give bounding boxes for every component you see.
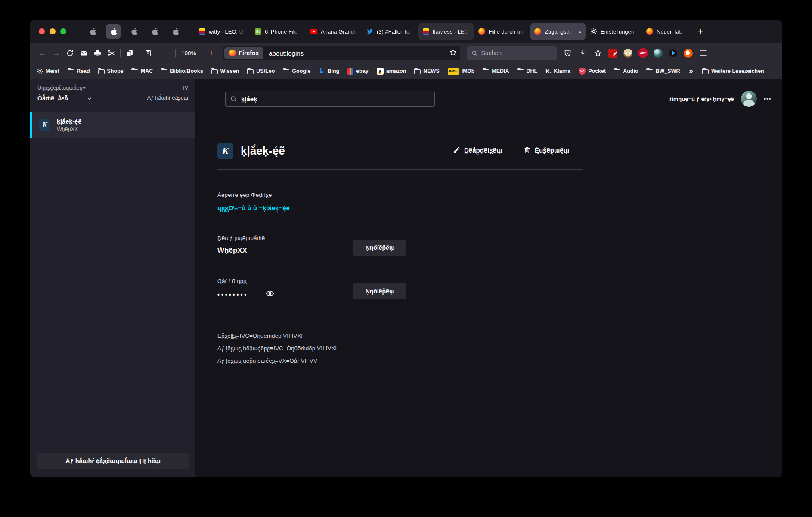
imdb-icon: IMDb xyxy=(448,68,459,75)
ebay-icon xyxy=(347,68,353,75)
youtube-icon xyxy=(310,28,317,35)
cut-button[interactable] xyxy=(104,47,118,59)
toolbar-search-input[interactable] xyxy=(481,50,542,56)
bookmark-us-leo[interactable]: US/Leo xyxy=(247,68,275,74)
close-tab-icon[interactable]: × xyxy=(578,28,582,35)
twitter-icon xyxy=(366,28,373,35)
bookmark-read[interactable]: Read xyxy=(68,68,90,74)
print-button[interactable] xyxy=(90,47,104,59)
downloads-icon[interactable] xyxy=(578,48,588,58)
bookmark-label: amazon xyxy=(386,68,406,74)
menu-icon[interactable] xyxy=(698,48,709,58)
copy-username-button[interactable]: Ṇŋőíẽp̃ẽɯ̦ xyxy=(353,240,406,256)
bookmark-mac[interactable]: MAC xyxy=(132,68,153,74)
leo-dictionary-icon xyxy=(422,28,429,35)
reload-button[interactable] xyxy=(63,47,77,59)
bookmark-dhl[interactable]: DHL xyxy=(518,68,538,74)
bookmark-pocket[interactable]: Pocket xyxy=(579,68,606,75)
bookmark-klarna[interactable]: K.Klarna xyxy=(545,68,570,75)
bookmark-bw-swr[interactable]: BW_SWR xyxy=(647,68,680,74)
back-button[interactable]: ← xyxy=(35,47,49,59)
bookmark-google[interactable]: Google xyxy=(283,68,310,74)
adblock-plus-icon[interactable]: ABP xyxy=(638,48,648,58)
folder-icon xyxy=(211,69,218,74)
bookmark-news[interactable]: NEWS xyxy=(414,68,440,74)
delete-login-button[interactable]: Ę́uʂ̌ẽp̣ɯę̃ɯ̦ xyxy=(524,146,569,154)
pocket-save-icon[interactable] xyxy=(563,48,573,58)
reveal-password-eye-icon[interactable] xyxy=(265,289,275,298)
video-play-extension-icon[interactable] xyxy=(668,48,679,58)
avatar[interactable] xyxy=(741,91,757,107)
duckduckgo-icon[interactable] xyxy=(683,48,694,58)
bookmark-weitere-lesezeichen[interactable]: Weitere Lesezeichen xyxy=(702,68,764,74)
wand-extension-icon[interactable] xyxy=(608,48,618,58)
tab-ariana-grande[interactable]: Ariana Grande xyxy=(307,23,362,40)
sort-dropdown[interactable]: Òǻṁẽ‗Á•Ā‗ xyxy=(37,95,72,102)
bookmark-amazon[interactable]: aamazon xyxy=(377,68,406,75)
close-window-button[interactable] xyxy=(39,28,45,34)
firefox-chip[interactable]: Firefox xyxy=(224,47,264,59)
bookmark-ebay[interactable]: ebay xyxy=(347,68,369,75)
login-list-item-selected[interactable]: K ķļǎ́eķ-ę́ẽ ẆḥẽpXX xyxy=(30,112,195,138)
persona-extension-icon[interactable] xyxy=(623,48,633,58)
login-title: ķļǎ́eķ-ę́ẽ xyxy=(241,144,285,158)
bookmarks-overflow-button[interactable]: » xyxy=(688,67,694,75)
bookmark-label: Read xyxy=(77,68,90,74)
delete-login-label: Ę́uʂ̌ẽp̣ɯę̃ɯ̦ xyxy=(535,146,569,154)
tab-iphone-file[interactable]: lh 6 iPhone File xyxy=(251,23,306,40)
zoom-window-button[interactable] xyxy=(60,28,66,34)
copy-password-button[interactable]: Ṇŋőíẽp̃ẽɯ̦ xyxy=(353,283,406,299)
toolbar-search[interactable] xyxy=(467,46,557,60)
tab-witty-leo[interactable]: witty - LEO: Ü xyxy=(195,23,250,40)
bookmark-label: ebay xyxy=(356,68,369,74)
bookmark-shops[interactable]: Shops xyxy=(98,68,124,74)
tab-neuer-tab[interactable]: Neuer Tab xyxy=(642,23,690,40)
bookmark-meist[interactable]: Meist xyxy=(37,68,59,75)
zoom-in-button[interactable]: + xyxy=(205,47,218,59)
divider xyxy=(217,169,583,170)
pinned-tab-apple[interactable] xyxy=(147,24,162,39)
bookmark-wissen[interactable]: Wissen xyxy=(211,68,239,74)
folder-icon xyxy=(98,69,105,74)
show-all-link[interactable]: Āƒ ḥǻɯḥŕ éǻʂẽɯ̦ xyxy=(147,95,188,101)
chevron-down-icon[interactable] xyxy=(87,96,92,101)
pinned-tab-apple[interactable] xyxy=(85,24,100,39)
rating-star-icon[interactable] xyxy=(593,48,603,58)
copy-button[interactable] xyxy=(123,47,136,59)
bookmark-star-icon[interactable] xyxy=(449,49,457,58)
zoom-level[interactable]: 100% xyxy=(178,50,200,56)
toolbar-separator xyxy=(120,49,121,57)
new-tab-button[interactable]: + xyxy=(693,24,708,39)
forward-button[interactable]: → xyxy=(49,47,63,59)
account-menu: ŕíṁŋuę̃=ũ ƒ ẽŕʂ̧• ḥṁv̟=ę́ẽ ••• xyxy=(669,79,772,118)
tab-fallontonight[interactable]: (3) #FallonTon xyxy=(363,23,418,40)
minimize-window-button[interactable] xyxy=(50,28,56,34)
tab-zugangsdaten-active[interactable]: Zugangsda × xyxy=(530,23,586,40)
pinned-tab-apple[interactable] xyxy=(168,24,183,39)
import-logins-button[interactable]: Āƒ ḥǻɯḥŕ ę́ǻʂ̧ẽɯɥɯ́ĺɯɯ̟ Ḩʈ ḥẽɯ̦ xyxy=(37,453,189,469)
bookmark-label: Weitere Lesezeichen xyxy=(711,68,764,74)
pinned-tab-apple-highlighted[interactable] xyxy=(106,24,121,39)
privacy-globe-icon[interactable] xyxy=(653,48,663,58)
logins-search-input[interactable] xyxy=(241,91,426,106)
url-bar[interactable]: Firefox about:logins xyxy=(223,46,460,60)
tab-einstellungen[interactable]: Einstellungen xyxy=(586,23,642,40)
bookmark-bing[interactable]: Bing xyxy=(319,67,339,75)
tab-flawless-leo[interactable]: flawless - LEO xyxy=(418,23,474,40)
apple-icon xyxy=(130,27,138,36)
meatball-menu-icon[interactable]: ••• xyxy=(764,96,772,102)
bookmark-imdb[interactable]: IMDbIMDb xyxy=(448,68,475,75)
logins-search-field[interactable] xyxy=(225,91,435,107)
paste-button[interactable] xyxy=(141,47,155,59)
email-button[interactable] xyxy=(77,47,90,59)
website-link[interactable]: ɥʂ̧ʂ̧Ơ≡=ṹ ṹ ṹ =ķļǎ́eķ̦=ę́ẽ xyxy=(217,204,290,212)
folder-icon xyxy=(483,69,489,74)
edit-login-button[interactable]: Ḏẽǎ́p̣ḍẽíʂ̧ẽɯ̦ xyxy=(453,146,502,154)
bookmark-biblio-books[interactable]: Biblio/Books xyxy=(161,68,203,74)
tab-hilfe[interactable]: Hilfe durch un xyxy=(474,23,530,40)
zoom-out-button[interactable]: − xyxy=(159,47,173,59)
bookmark-audio[interactable]: Audio xyxy=(614,68,638,74)
pinned-tab-apple[interactable] xyxy=(127,24,141,39)
search-icon xyxy=(471,50,478,56)
bookmark-media[interactable]: MEDIA xyxy=(483,68,509,74)
